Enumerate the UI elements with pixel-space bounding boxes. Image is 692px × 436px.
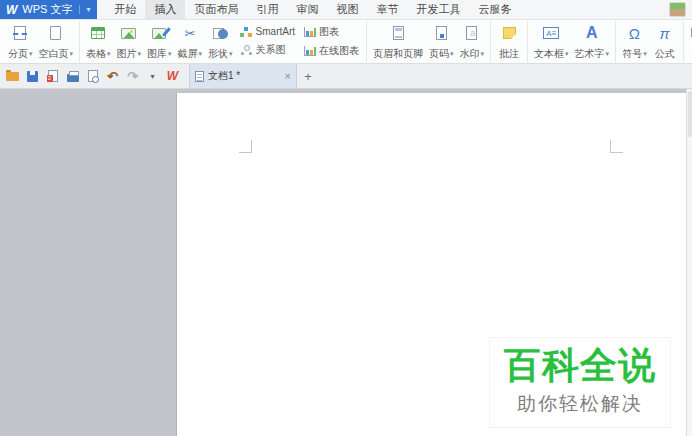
media-stack-1: SmartArt 关系图 xyxy=(236,21,299,62)
chevron-down-icon[interactable]: ▾ xyxy=(107,48,111,60)
open-folder-icon xyxy=(6,72,19,81)
tab-view[interactable]: 视图 xyxy=(327,0,367,19)
smartart-button[interactable]: SmartArt xyxy=(238,26,297,38)
export-pdf-button[interactable] xyxy=(44,67,61,85)
smartart-icon xyxy=(240,27,252,37)
textbox-icon: A≡ xyxy=(543,27,559,39)
button-label: SmartArt xyxy=(256,26,295,37)
chart-icon xyxy=(304,27,316,37)
chevron-down-icon[interactable]: ▾ xyxy=(229,48,233,60)
chevron-down-icon[interactable]: ▾ xyxy=(481,48,485,60)
insert-number-button[interactable]: 插入数字 xyxy=(689,25,692,39)
chart-button[interactable]: 图表 xyxy=(301,25,361,39)
button-label: 符号 xyxy=(622,48,642,60)
quick-icons: ↶ ↷ ▾ W xyxy=(4,64,181,88)
user-avatar-icon[interactable] xyxy=(669,2,686,17)
scrollbar-thumb[interactable] xyxy=(688,91,692,137)
chevron-down-icon[interactable]: ▾ xyxy=(643,48,647,60)
media-stack-2: 图表 在线图表 xyxy=(299,21,363,62)
button-label: 形状 xyxy=(208,48,228,60)
watermark-button[interactable]: 水印▾ xyxy=(457,21,488,62)
chevron-down-icon[interactable]: ▾ xyxy=(565,48,569,60)
chevron-down-icon[interactable]: ▾ xyxy=(70,48,74,60)
export-pdf-icon xyxy=(48,70,58,82)
symbol-omega-icon: Ω xyxy=(629,26,640,41)
chevron-down-icon[interactable]: ▾ xyxy=(168,48,172,60)
online-chart-button[interactable]: 在线图表 xyxy=(301,44,361,58)
document-tab[interactable]: 文档1 * × xyxy=(189,64,297,88)
header-footer-button[interactable]: 页眉和页脚 xyxy=(370,21,426,62)
page-break-button[interactable]: 分页▾ xyxy=(5,21,36,62)
app-menu-button[interactable]: W WPS 文字 ▾ xyxy=(0,0,97,19)
blank-page-button[interactable]: 空白页▾ xyxy=(36,21,77,62)
tab-cloud[interactable]: 云服务 xyxy=(469,0,520,19)
page-number-button[interactable]: 页码▾ xyxy=(426,21,457,62)
group-pages: 分页▾ 空白页▾ xyxy=(2,21,80,62)
chevron-down-icon[interactable]: ▾ xyxy=(138,48,142,60)
tab-section[interactable]: 章节 xyxy=(367,0,407,19)
customize-toolbar-button[interactable]: ▾ xyxy=(144,67,161,85)
tab-references[interactable]: 引用 xyxy=(247,0,287,19)
print-preview-button[interactable] xyxy=(84,67,101,85)
page-break-icon xyxy=(14,26,26,40)
vertical-scrollbar[interactable] xyxy=(686,89,692,436)
button-label: 批注 xyxy=(499,48,519,60)
watermark-icon xyxy=(466,26,477,40)
tab-insert[interactable]: 插入 xyxy=(145,0,185,19)
margin-cropmark-right-icon xyxy=(610,140,623,153)
app-title: WPS 文字 xyxy=(22,2,72,17)
tab-page-layout[interactable]: 页面布局 xyxy=(185,0,247,19)
open-file-button[interactable] xyxy=(4,67,21,85)
comment-button[interactable]: 批注 xyxy=(494,21,524,62)
tab-developer[interactable]: 开发工具 xyxy=(407,0,469,19)
gallery-icon xyxy=(152,28,166,39)
print-icon xyxy=(67,74,79,82)
wordart-icon: A xyxy=(586,25,598,41)
formula-button[interactable]: π 公式 xyxy=(650,21,680,62)
document-tab-title: 文档1 * xyxy=(208,69,281,83)
shapes-button[interactable]: 形状▾ xyxy=(205,21,236,62)
button-label: 水印 xyxy=(460,48,480,60)
object-stack-1: 插入数字 首字下沉 xyxy=(687,21,692,62)
wordart-button[interactable]: A 艺术字▾ xyxy=(572,21,613,62)
ribbon-tabs: 开始 插入 页面布局 引用 审阅 视图 章节 开发工具 云服务 xyxy=(105,0,520,19)
ribbon-insert: 分页▾ 空白页▾ 表格▾ 图片▾ 图库▾ ✂ 截屏▾ xyxy=(0,20,692,64)
screenshot-button[interactable]: ✂ 截屏▾ xyxy=(175,21,206,62)
table-button[interactable]: 表格▾ xyxy=(83,21,114,62)
new-tab-button[interactable]: + xyxy=(297,64,319,88)
save-button[interactable] xyxy=(24,67,41,85)
margin-cropmark-left-icon xyxy=(239,140,252,153)
button-label: 页眉和页脚 xyxy=(373,48,423,60)
group-header-footer: 页眉和页脚 页码▾ 水印▾ xyxy=(367,21,491,62)
print-button[interactable] xyxy=(64,67,81,85)
picture-button[interactable]: 图片▾ xyxy=(114,21,145,62)
button-label: 文本框 xyxy=(534,48,564,60)
wps-home-button[interactable]: W xyxy=(164,67,181,85)
drop-cap-button: 首字下沉 xyxy=(689,44,692,58)
close-tab-icon[interactable]: × xyxy=(285,70,291,82)
quick-access-toolbar: ↶ ↷ ▾ W 文档1 * × + xyxy=(0,64,692,89)
wps-writer-window: W WPS 文字 ▾ 开始 插入 页面布局 引用 审阅 视图 章节 开发工具 云… xyxy=(0,0,692,436)
relation-chart-icon xyxy=(241,45,252,55)
app-menu-caret-icon[interactable]: ▾ xyxy=(79,5,90,14)
document-page[interactable]: 百科全说 助你轻松解决 xyxy=(176,93,686,436)
header-footer-icon xyxy=(393,26,404,40)
button-label: 图片 xyxy=(117,48,137,60)
watermark-title: 百科全说 xyxy=(494,345,666,387)
chevron-down-icon[interactable]: ▾ xyxy=(29,48,33,60)
textbox-button[interactable]: A≡ 文本框▾ xyxy=(531,21,572,62)
group-text: A≡ 文本框▾ A 艺术字▾ xyxy=(528,21,616,62)
tab-home[interactable]: 开始 xyxy=(105,0,145,19)
chevron-down-icon[interactable]: ▾ xyxy=(606,48,610,60)
chevron-down-icon[interactable]: ▾ xyxy=(450,48,454,60)
relation-chart-button[interactable]: 关系图 xyxy=(238,43,297,57)
redo-button[interactable]: ↷ xyxy=(124,67,141,85)
table-icon xyxy=(91,27,105,39)
symbol-button[interactable]: Ω 符号▾ xyxy=(619,21,650,62)
formula-pi-icon: π xyxy=(660,26,670,41)
print-preview-icon xyxy=(88,70,98,82)
gallery-button[interactable]: 图库▾ xyxy=(144,21,175,62)
undo-button[interactable]: ↶ xyxy=(104,67,121,85)
tab-review[interactable]: 审阅 xyxy=(287,0,327,19)
chevron-down-icon[interactable]: ▾ xyxy=(199,48,203,60)
